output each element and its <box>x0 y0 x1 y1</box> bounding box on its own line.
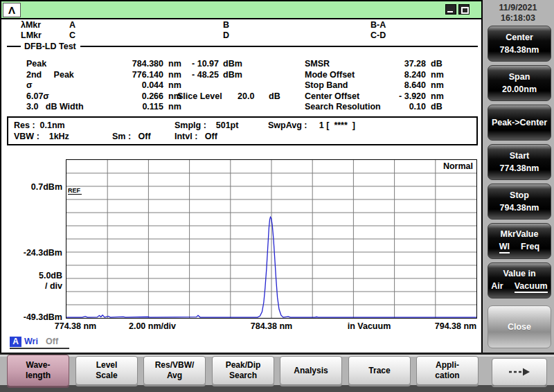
y-axis-bottom-level: -49.3dBm <box>4 312 62 322</box>
function-key-wavelength[interactable]: Wave- length <box>7 355 69 386</box>
meas-value: - 3.920 <box>370 91 426 101</box>
marker-c-label: C <box>69 30 75 40</box>
function-key-label: Appli- <box>436 360 459 371</box>
option-air[interactable]: Air <box>491 281 503 293</box>
softkey-label: Value in <box>503 269 535 278</box>
function-key-peak-dip-search[interactable]: Peak/Dip Search <box>212 356 274 385</box>
resolution-setting: Res : 0.1nm <box>14 121 65 130</box>
osa-screen: Λ λMkr A B B-A LMkr C D C-D DFB-LD Test … <box>0 0 554 392</box>
softkey-start[interactable]: Start 774.38nm <box>488 144 551 180</box>
sweep-average-setting: SwpAvg : 1 [ **** ] <box>268 121 355 130</box>
maximize-button[interactable] <box>458 4 470 15</box>
x-axis-center-wavelength: 784.38 nm <box>251 321 292 331</box>
softkey-span[interactable]: Span 20.00nm <box>488 65 551 101</box>
meas-value: 8.240 <box>370 70 426 80</box>
trace-a-badge: A <box>10 337 21 347</box>
softkey-close[interactable]: Close <box>488 305 551 348</box>
marker-a-label: A <box>69 20 75 30</box>
function-key-analysis[interactable]: Analysis <box>280 356 342 385</box>
softkey-label: Center <box>506 33 533 42</box>
option-wavelength[interactable]: Wl <box>499 242 510 253</box>
meas-label: SMSR <box>305 59 330 69</box>
trace-write-label: Wri <box>24 337 38 346</box>
sampling-setting: Smplg : 501pt <box>175 121 238 130</box>
window-titlebar: Λ <box>1 1 481 19</box>
function-key-label: Peak/Dip <box>226 360 261 371</box>
marker-diff-label: C-D <box>370 30 386 40</box>
spectrum-chart: Normal REF <box>66 159 477 319</box>
meas-unit: nm <box>431 80 444 90</box>
measurement-row: Mode Offset 8.240 nm <box>1 70 481 80</box>
marker-row-label: LMkr <box>21 30 42 40</box>
spectrum-trace-plot <box>66 160 476 318</box>
function-key-res-vbw-avg[interactable]: Res/VBW/ Avg <box>143 356 206 385</box>
meas-label: Center Offset <box>305 91 359 101</box>
meas-value: 0.10 <box>370 102 426 112</box>
softkey-label: MkrValue <box>501 229 539 239</box>
minimize-button[interactable] <box>445 4 456 15</box>
maximize-icon <box>461 7 469 14</box>
time-label: 16:18:03 <box>483 13 553 24</box>
sweep-settings-box: Res : 0.1nm VBW : 1kHz Sm : Off Smplg : … <box>7 116 478 145</box>
marker-d-label: D <box>223 30 229 40</box>
trace-status-underline <box>10 348 69 349</box>
interval-setting: Intvl : Off <box>175 132 217 141</box>
softkey-label: Start <box>510 151 529 161</box>
marker-row-label: λMkr <box>21 20 41 30</box>
meas-unit: nm <box>431 91 444 101</box>
option-vacuum[interactable]: Vacuum <box>515 281 548 293</box>
analysis-group-header: DFB-LD Test <box>7 42 478 51</box>
softkey-peak-to-center[interactable]: Peak->Center <box>488 105 551 141</box>
softkey-value-in[interactable]: Value in Air Vacuum <box>488 262 551 299</box>
function-key-application[interactable]: Appli- cation <box>416 356 479 385</box>
softkey-stop[interactable]: Stop 794.38nm <box>488 184 551 220</box>
y-axis-ref-level: 0.7dBm <box>4 182 62 192</box>
function-key-label: Level <box>96 360 118 371</box>
option-frequency[interactable]: Freq <box>521 242 539 253</box>
softkey-value: 794.38nm <box>500 203 539 213</box>
next-page-arrow-icon <box>508 367 531 377</box>
softkey-center[interactable]: Center 784.38nm <box>488 26 551 62</box>
function-key-label: Analysis <box>294 366 328 376</box>
marker-b-label: B <box>223 20 229 30</box>
meas-label: Stop Band <box>305 80 348 90</box>
meas-label: Search Resolution <box>305 102 381 112</box>
meas-value: 37.28 <box>370 59 426 69</box>
function-key-level-scale[interactable]: Level Scale <box>75 356 138 385</box>
function-key-label: Trace <box>368 366 390 376</box>
measurement-row: Search Resolution 0.10 dB <box>1 102 481 112</box>
trace-mode-label: Normal <box>443 161 473 171</box>
x-axis-scale: 2.00 nm/div <box>129 321 176 331</box>
y-axis-mid-level: -24.3dBm <box>4 248 62 258</box>
instrument-window: Λ λMkr A B B-A LMkr C D C-D DFB-LD Test … <box>0 0 483 354</box>
softkey-value: 774.38nm <box>500 163 539 173</box>
marker-diff-label: B-A <box>370 20 386 30</box>
function-key-label: cation <box>435 371 459 381</box>
softkey-label: Stop <box>510 190 529 200</box>
softkey-label: Close <box>508 322 531 332</box>
meas-unit: dB <box>431 102 443 112</box>
softkey-label: Peak->Center <box>492 118 547 127</box>
function-key-more[interactable] <box>492 358 547 386</box>
function-key-label: Search <box>229 371 257 381</box>
measurement-row: Center Offset - 3.920 nm <box>1 91 481 102</box>
trace-off-label: Off <box>46 337 58 346</box>
softkey-label: Span <box>509 72 530 82</box>
meas-unit: dB <box>431 59 443 69</box>
function-key-label: Res/VBW/ <box>155 360 195 371</box>
function-key-label: Wave- <box>26 360 51 371</box>
meas-value: 8.640 <box>370 80 426 90</box>
function-key-trace[interactable]: Trace <box>348 356 411 385</box>
function-key-label: Scale <box>96 371 117 381</box>
function-key-label: Avg <box>167 371 182 381</box>
softkey-mkr-value[interactable]: MkrValue Wl Freq <box>488 223 551 259</box>
measurement-row: SMSR 37.28 dB <box>1 59 481 69</box>
x-axis-start-wavelength: 774.38 nm <box>55 321 96 331</box>
measurement-row: Stop Band 8.640 nm <box>1 80 481 91</box>
ref-level-label: REF <box>68 187 82 195</box>
meas-unit: nm <box>431 70 444 80</box>
anritsu-logo-icon: Λ <box>3 3 21 17</box>
meas-label: Mode Offset <box>305 70 355 80</box>
y-axis-scale: 5.0dB <box>4 271 62 280</box>
y-axis-scale-unit: / div <box>4 281 62 291</box>
